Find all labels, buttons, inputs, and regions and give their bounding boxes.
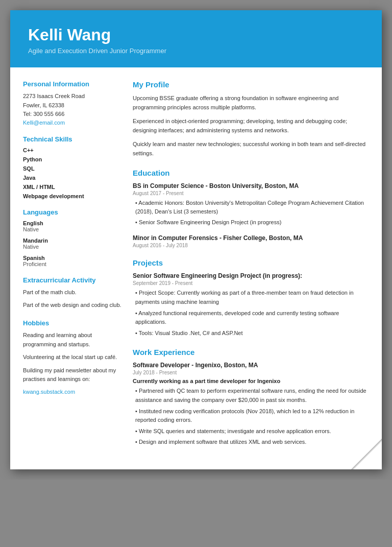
personal-info-title: Personal Information xyxy=(23,80,122,88)
skill-item: Java xyxy=(23,175,122,181)
profile-paragraphs: Upcoming BSSE graduate offering a strong… xyxy=(133,94,369,158)
hobby-item: Building my paid newsletter about my pra… xyxy=(23,366,122,384)
language-item: SpanishProficient xyxy=(23,255,122,267)
work-experience-title: Work Experience xyxy=(133,348,369,356)
edu-date: August 2017 - Present xyxy=(133,191,369,196)
education-title: Education xyxy=(133,169,369,177)
education-list: BS in Computer Science - Boston Universi… xyxy=(133,182,369,249)
profile-paragraph: Upcoming BSSE graduate offering a strong… xyxy=(133,94,369,112)
skill-item: Python xyxy=(23,156,122,162)
job-date: July 2018 - Present xyxy=(133,370,369,375)
candidate-subtitle: Agile and Execution Driven Junior Progra… xyxy=(28,47,364,55)
resume-page: Kelli Wang Agile and Execution Driven Ju… xyxy=(10,10,382,469)
job-bullet: • Partnered with QC team to perform expe… xyxy=(133,387,369,405)
hobby-item: Volunteering at the local start up café. xyxy=(23,353,122,362)
edu-degree: BS in Computer Science - Boston Universi… xyxy=(133,182,369,189)
job-bullet: • Instituted new coding verification pro… xyxy=(133,407,369,425)
job-bullet: • Design and implement software that uti… xyxy=(133,438,369,447)
extracurricular-list: Part of the math club.Part of the web de… xyxy=(23,288,122,310)
personal-info-address2: Fowler, IL 62338 xyxy=(23,101,122,110)
project-date: September 2019 - Present xyxy=(133,280,369,286)
profile-title: My Profile xyxy=(133,80,369,89)
skills-list: C++PythonSQLJavaXML / HTMLWebpage develo… xyxy=(23,147,122,199)
languages-list: EnglishNativeMandarinNativeSpanishProfic… xyxy=(23,220,122,267)
hobbies-title: Hobbies xyxy=(23,319,122,327)
profile-paragraph: Quickly learn and master new technologie… xyxy=(133,140,369,158)
job-bullet: • Write SQL queries and statements; inve… xyxy=(133,427,369,436)
extracurricular-title: Extracurricular Activity xyxy=(23,276,122,284)
personal-info-tel: Tel: 300 555 666 xyxy=(23,110,122,119)
skill-item: C++ xyxy=(23,147,122,153)
edu-degree: Minor in Computer Forensics - Fisher Col… xyxy=(133,234,369,242)
hobby-item: Reading and learning about programming a… xyxy=(23,331,122,349)
job-title: Software Developer - Ingenixo, Boston, M… xyxy=(133,362,369,369)
projects-list: Senior Software Engineering Design Proje… xyxy=(133,272,369,338)
left-column: Personal Information 2273 Isaacs Creek R… xyxy=(23,80,122,449)
page-number: 2/2 xyxy=(364,458,372,464)
skill-item: XML / HTML xyxy=(23,184,122,190)
personal-info-email[interactable]: Kelli@email.com xyxy=(23,120,65,126)
project-title: Senior Software Engineering Design Proje… xyxy=(133,272,369,279)
extracurricular-item: Part of the math club. xyxy=(23,288,122,297)
skill-item: SQL xyxy=(23,165,122,172)
project-bullet: • Tools: Visual Studio .Net, C# and ASP.… xyxy=(133,329,369,338)
languages-title: Languages xyxy=(23,208,122,216)
hobbies-link[interactable]: kwang.substack.com xyxy=(23,389,75,395)
edu-date: August 2016 - July 2018 xyxy=(133,243,369,248)
extracurricular-item: Part of the web design and coding club. xyxy=(23,301,122,310)
work-list: Software Developer - Ingenixo, Boston, M… xyxy=(133,362,369,447)
project-bullet: • Analyzed functional requirements, deve… xyxy=(133,309,369,327)
skill-item: Webpage development xyxy=(23,193,122,199)
job-description: Currently working as a part time develop… xyxy=(133,378,369,384)
candidate-name: Kelli Wang xyxy=(28,26,364,44)
edu-bullet: • Senior Software Engineering Design Pro… xyxy=(133,218,369,227)
hobbies-list: Reading and learning about programming a… xyxy=(23,331,122,384)
technical-skills-title: Technical Skills xyxy=(23,135,122,143)
profile-paragraph: Experienced in object-oriented programmi… xyxy=(133,117,369,135)
education-item: BS in Computer Science - Boston Universi… xyxy=(133,182,369,227)
header: Kelli Wang Agile and Execution Driven Ju… xyxy=(10,10,382,67)
project-bullet: • Project Scope: Currently working as pa… xyxy=(133,289,369,306)
edu-bullet: • Academic Honors: Boston University's M… xyxy=(133,199,369,217)
personal-info-address1: 2273 Isaacs Creek Road xyxy=(23,92,122,101)
body: Personal Information 2273 Isaacs Creek R… xyxy=(10,67,382,469)
language-item: EnglishNative xyxy=(23,220,122,232)
projects-title: Projects xyxy=(133,258,369,267)
job-item: Software Developer - Ingenixo, Boston, M… xyxy=(133,362,369,447)
language-item: MandarinNative xyxy=(23,237,122,250)
education-item: Minor in Computer Forensics - Fisher Col… xyxy=(133,234,369,248)
right-column: My Profile Upcoming BSSE graduate offeri… xyxy=(133,80,369,449)
project-item: Senior Software Engineering Design Proje… xyxy=(133,272,369,338)
